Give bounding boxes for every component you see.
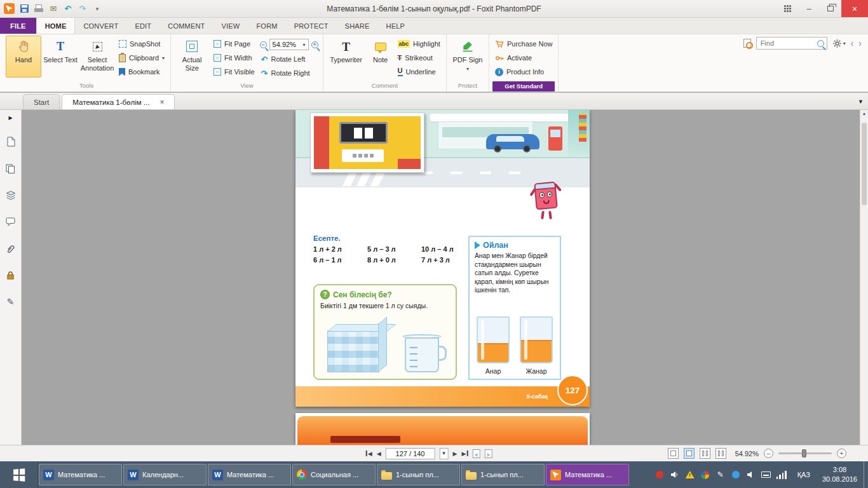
clipboard-button[interactable]: Clipboard ▾ — [116, 51, 167, 64]
foxit-logo-icon[interactable] — [4, 3, 15, 14]
warning-icon[interactable]: ! — [685, 470, 695, 480]
network-signal-icon[interactable] — [776, 470, 787, 480]
search-icon[interactable] — [817, 40, 824, 47]
layers-panel-icon[interactable] — [4, 189, 17, 201]
first-page-button[interactable]: ◀ — [366, 451, 372, 457]
rotate-right-button[interactable]: ↷ Rotate Right — [259, 67, 320, 79]
taskbar-item-folder-2[interactable]: 1-сынып пл... — [461, 464, 545, 485]
close-tab-icon[interactable]: × — [159, 98, 164, 106]
keyboard-icon[interactable] — [761, 470, 771, 480]
continuous-facing-view-icon[interactable] — [715, 448, 726, 459]
next-view-icon[interactable] — [484, 449, 492, 458]
fit-visible-button[interactable]: Fit Visible — [211, 65, 257, 78]
tab-form[interactable]: FORM — [248, 18, 285, 34]
taskbar-item-foxit[interactable]: Математика ... — [546, 464, 629, 485]
fit-width-button[interactable]: Fit Width — [211, 51, 257, 64]
tray-app2-icon[interactable] — [731, 470, 741, 480]
previous-view-icon[interactable] — [472, 449, 480, 458]
hand-tool-button[interactable]: Hand — [6, 36, 41, 78]
tab-document[interactable]: Математика 1-бөлім ... × — [62, 94, 175, 109]
pdf-sign-button[interactable]: PDF Sign ▾ — [450, 36, 485, 78]
single-page-view-icon[interactable] — [668, 448, 679, 459]
taskbar-item-word-2[interactable]: W Календарн... — [123, 464, 207, 485]
continuous-view-icon[interactable] — [684, 448, 695, 459]
highlight-button[interactable]: abc Highlight — [395, 37, 443, 50]
bookmarks-panel-icon[interactable] — [4, 136, 17, 147]
zoom-slider[interactable] — [778, 452, 832, 454]
facing-view-icon[interactable] — [700, 448, 710, 459]
scroll-left-icon[interactable]: ‹ — [851, 39, 854, 48]
taskbar-item-word-3[interactable]: W Математика ... — [208, 464, 291, 485]
tray-app-icon[interactable] — [700, 470, 710, 480]
tab-view[interactable]: VIEW — [214, 18, 248, 34]
zoom-in-button[interactable]: + — [837, 449, 846, 458]
signature-panel-icon[interactable]: ✎ — [4, 296, 17, 308]
strikeout-button[interactable]: T Strikeout — [395, 51, 443, 64]
page-dropdown-icon[interactable]: ▼ — [440, 448, 449, 459]
tab-list-dropdown-icon[interactable]: ▼ — [858, 98, 864, 105]
zoom-level-combobox[interactable]: 54.92% ▾ — [269, 39, 309, 50]
attachments-panel-icon[interactable] — [4, 243, 17, 254]
zoom-slider-thumb[interactable] — [802, 449, 806, 458]
search-document-icon[interactable] — [743, 39, 751, 48]
print-icon[interactable] — [34, 3, 44, 15]
activate-button[interactable]: Activate — [492, 51, 555, 64]
comments-panel-icon[interactable] — [4, 216, 17, 227]
purchase-now-button[interactable]: Purchase Now — [492, 37, 555, 50]
find-input[interactable] — [761, 39, 815, 47]
close-icon[interactable]: × — [841, 0, 868, 17]
tab-file[interactable]: FILE — [0, 18, 36, 34]
bookmark-button[interactable]: Bookmark — [116, 65, 167, 78]
tab-help[interactable]: HELP — [378, 18, 414, 34]
clock[interactable]: 3:08 30.08.2016 — [816, 461, 864, 488]
language-indicator[interactable]: ҚАЗ — [792, 461, 816, 488]
tab-home[interactable]: HOME — [36, 18, 76, 34]
tab-edit[interactable]: EDIT — [126, 18, 159, 34]
gear-icon[interactable]: ▾ — [832, 39, 846, 48]
last-page-button[interactable]: ▶ — [461, 451, 468, 457]
volume-icon[interactable] — [670, 470, 680, 480]
zoom-in-icon[interactable]: + — [311, 41, 318, 48]
zoom-out-icon[interactable]: – — [260, 41, 267, 48]
tab-start[interactable]: Start — [23, 94, 60, 109]
tray-badge-icon[interactable] — [654, 470, 665, 480]
volume2-icon[interactable] — [746, 470, 756, 480]
document-view[interactable]: Есепте. 1 л + 2 л 5 л – 3 л 10 л – 4 л 6… — [22, 110, 860, 445]
ui-options-grid-icon[interactable] — [776, 0, 798, 17]
tab-share[interactable]: SHARE — [337, 18, 378, 34]
scroll-up-icon[interactable]: ▲ — [860, 111, 868, 116]
snapshot-button[interactable]: SnapShot — [116, 37, 167, 50]
rotate-left-button[interactable]: ↶ Rotate Left — [259, 53, 320, 65]
pages-panel-icon[interactable] — [4, 163, 17, 174]
panel-expand-icon[interactable]: ▶ — [8, 115, 12, 121]
taskbar-item-word-1[interactable]: W Математика ... — [39, 464, 122, 485]
select-text-button[interactable]: T Select Text — [43, 36, 78, 78]
zoom-out-button[interactable]: – — [764, 449, 773, 458]
qat-customize-icon[interactable]: ▾ — [92, 3, 102, 15]
security-panel-icon[interactable] — [4, 269, 17, 281]
underline-button[interactable]: U Underline — [395, 65, 443, 78]
select-annotation-button[interactable]: Select Annotation — [79, 36, 115, 78]
typewriter-button[interactable]: T Typewriter — [327, 36, 366, 78]
page-number-input[interactable] — [386, 448, 435, 459]
show-desktop-button[interactable] — [864, 461, 868, 488]
save-icon[interactable] — [19, 3, 29, 15]
minimize-icon[interactable]: – — [798, 0, 820, 17]
tab-comment[interactable]: COMMENT — [159, 18, 213, 34]
next-page-button[interactable]: ▶ — [453, 451, 458, 457]
tab-convert[interactable]: CONVERT — [75, 18, 126, 34]
actual-size-button[interactable]: Actual Size — [174, 36, 210, 78]
restore-icon[interactable] — [820, 0, 841, 17]
fit-page-button[interactable]: Fit Page — [211, 37, 257, 50]
note-button[interactable]: Note — [367, 36, 394, 78]
tab-protect[interactable]: PROTECT — [286, 18, 337, 34]
email-icon[interactable]: ✉ — [48, 3, 58, 15]
scrollbar-thumb[interactable] — [862, 123, 867, 205]
vertical-scrollbar[interactable]: ▲ — [860, 110, 868, 445]
product-info-button[interactable]: i Product Info — [492, 65, 555, 78]
taskbar-item-folder-1[interactable]: 1-сынып пл... — [377, 464, 460, 485]
pen-input-icon[interactable]: ✎ — [715, 470, 726, 480]
redo-icon[interactable]: ↷ — [78, 3, 88, 15]
taskbar-item-chrome[interactable]: Социальная ... — [292, 464, 376, 485]
previous-page-button[interactable]: ◀ — [377, 451, 381, 457]
